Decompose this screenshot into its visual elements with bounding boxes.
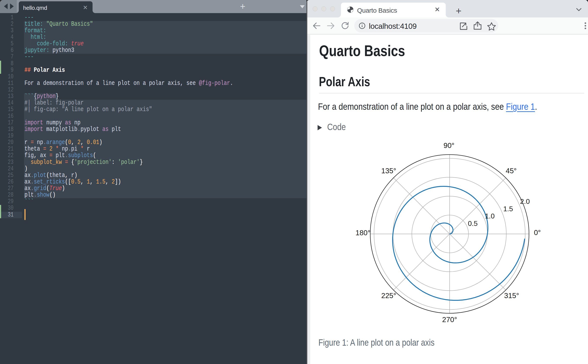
svg-text:45°: 45° — [506, 167, 517, 175]
svg-text:270°: 270° — [442, 316, 457, 324]
svg-text:0.5: 0.5 — [468, 220, 477, 228]
svg-text:1.5: 1.5 — [503, 205, 513, 213]
svg-text:0°: 0° — [534, 228, 541, 237]
svg-text:315°: 315° — [504, 292, 519, 300]
svg-text:135°: 135° — [381, 167, 396, 175]
svg-text:2.0: 2.0 — [520, 197, 530, 205]
svg-text:180°: 180° — [356, 229, 370, 237]
svg-text:225°: 225° — [381, 292, 396, 300]
svg-text:1.0: 1.0 — [485, 212, 495, 220]
svg-text:90°: 90° — [444, 141, 454, 150]
